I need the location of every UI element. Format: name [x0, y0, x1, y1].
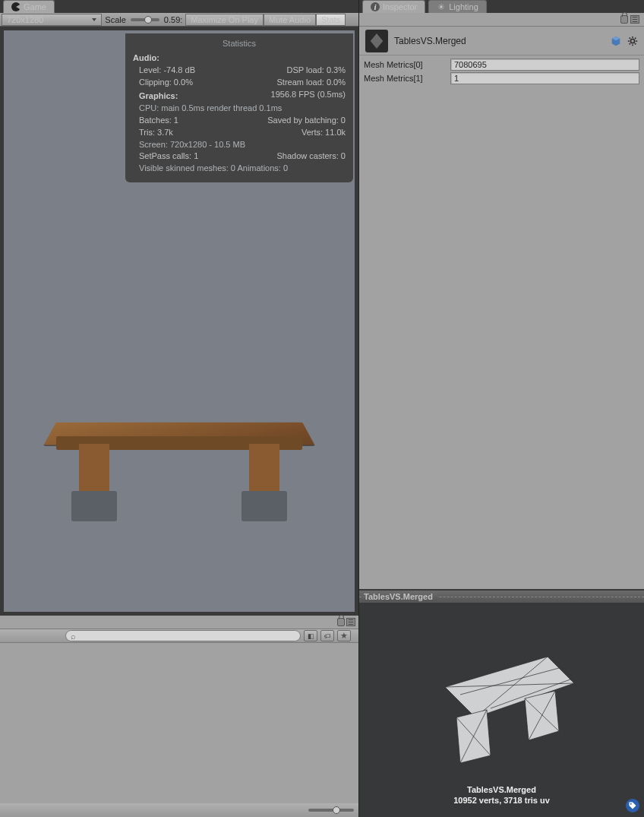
property-row: Mesh Metrics[0] 7080695	[364, 59, 639, 71]
panel-menu-icon[interactable]: ☰	[346, 618, 355, 626]
search-icon: ⌕	[71, 632, 76, 641]
inspector-lock-icon[interactable]	[620, 15, 628, 24]
search-input[interactable]: ⌕	[65, 630, 301, 641]
rendered-table	[50, 391, 308, 543]
game-viewport[interactable]: Statistics Audio: Level: -74.8 dBDSP loa…	[0, 27, 358, 616]
property-row: Mesh Metrics[1] 1	[364, 72, 639, 84]
property-field[interactable]: 1	[450, 72, 639, 84]
property-label: Mesh Metrics[0]	[364, 60, 447, 69]
game-tab-bar: Game	[0, 0, 358, 13]
properties: Mesh Metrics[0] 7080695 Mesh Metrics[1] …	[359, 55, 644, 87]
scale-value: 0.59:	[161, 15, 185, 24]
lock-icon[interactable]	[337, 618, 345, 626]
resolution-dropdown[interactable]: 720x1280	[2, 14, 102, 26]
search-field[interactable]	[76, 632, 295, 641]
thumbnail-size-slider[interactable]	[308, 809, 354, 812]
svg-point-12	[630, 803, 632, 805]
resolution-value: 720x1280	[7, 15, 43, 24]
statistics-overlay: Statistics Audio: Level: -74.8 dBDSP loa…	[125, 33, 353, 182]
maximize-on-play-button[interactable]: Maximize On Play	[185, 14, 264, 26]
property-label: Mesh Metrics[1]	[364, 74, 447, 83]
mesh-asset-icon	[365, 30, 388, 52]
filter-button-2[interactable]: 🏷	[320, 630, 334, 641]
info-icon: i	[371, 2, 380, 11]
gear-icon[interactable]	[627, 36, 638, 46]
filter-button-1[interactable]: ◧	[304, 630, 317, 641]
stats-audio-header: Audio:	[133, 52, 346, 65]
preview-name: TablesVS.Merged	[359, 785, 644, 794]
lighting-tab[interactable]: ☀ Lighting	[428, 0, 487, 13]
game-toolbar: 720x1280 Scale 0.59: Maximize On Play Mu…	[0, 13, 358, 27]
prefab-icon[interactable]	[611, 36, 621, 46]
inspector-tab[interactable]: i Inspector	[362, 0, 425, 13]
asset-name: TablesVS.Merged	[394, 36, 605, 46]
inspector-tab-bar: i Inspector ☀ Lighting	[359, 0, 644, 13]
asset-header: TablesVS.Merged	[359, 27, 644, 55]
property-field[interactable]: 7080695	[450, 59, 639, 71]
preview-info: 10952 verts, 3718 tris uv	[359, 796, 644, 805]
tag-icon[interactable]	[626, 799, 639, 812]
scale-slider[interactable]	[131, 18, 159, 21]
stats-button[interactable]: Stats	[316, 14, 346, 26]
game-icon	[11, 2, 21, 11]
stats-title: Statistics	[133, 38, 346, 50]
wireframe-view	[422, 641, 582, 778]
game-tab-label: Game	[24, 2, 46, 11]
lower-panel: ☰ ⌕ ◧ 🏷 ★	[0, 616, 358, 817]
preview-title: TablesVS.Merged	[364, 592, 437, 601]
lighting-icon: ☀	[437, 2, 446, 11]
svg-point-0	[630, 39, 634, 43]
scale-label: Scale	[102, 15, 129, 24]
mesh-preview[interactable]: TablesVS.Merged	[359, 589, 644, 817]
game-tab[interactable]: Game	[3, 0, 55, 13]
favorite-button[interactable]: ★	[337, 630, 351, 641]
mute-audio-button[interactable]: Mute Audio	[264, 14, 316, 26]
chevron-down-icon	[92, 18, 96, 21]
inspector-menu-icon[interactable]: ☰	[630, 15, 639, 24]
